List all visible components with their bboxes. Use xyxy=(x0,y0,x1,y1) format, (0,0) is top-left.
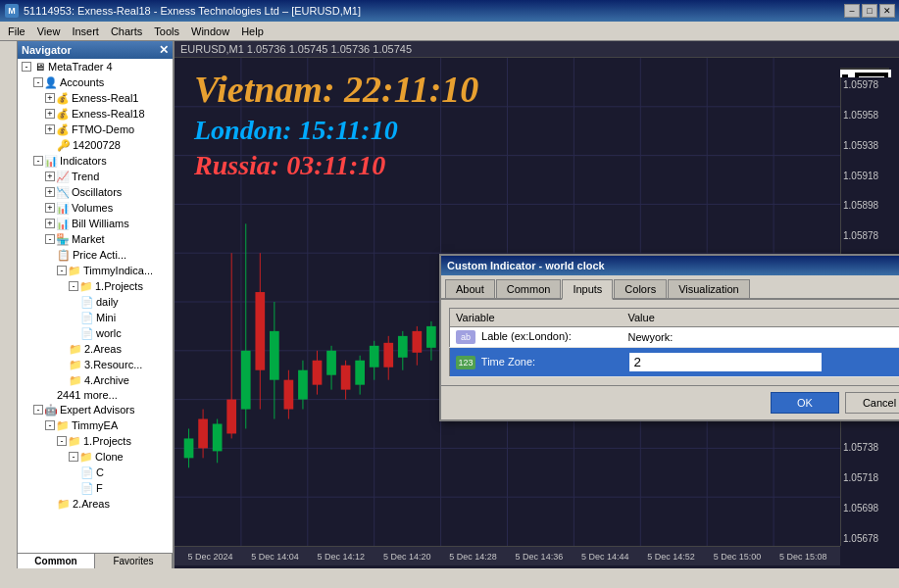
table-row-lable[interactable]: ab Lable (ex:London): Newyork: xyxy=(450,327,900,348)
timmy-indicator-label: TimmyIndica... xyxy=(83,265,153,276)
tree-more[interactable]: 2441 more... xyxy=(18,388,173,402)
tree-accounts[interactable]: - 👤 Accounts xyxy=(18,74,173,90)
navigator-content: - 🖥 MetaTrader 4 - 👤 Accounts + 💰 Exness… xyxy=(18,59,173,553)
expert-advisors-icon: 🤖 xyxy=(44,403,58,416)
volumes-icon: 📊 xyxy=(56,201,70,215)
menu-view[interactable]: View xyxy=(31,24,67,38)
tree-timmy-ea[interactable]: - 📁 TimmyEA xyxy=(18,417,173,433)
oscillators-icon: 📉 xyxy=(56,185,70,199)
menu-window[interactable]: Window xyxy=(185,24,235,38)
trend-icon: 📈 xyxy=(56,170,70,183)
variable-cell-tz: 123 Time Zone: xyxy=(450,348,623,377)
tree-expert-advisors[interactable]: - 🤖 Expert Advisors xyxy=(18,402,173,417)
daily-label: daily xyxy=(96,296,119,308)
expand-icon-er18: + xyxy=(45,109,55,119)
tree-clone[interactable]: - 📁 Clone xyxy=(18,449,173,465)
ok-button[interactable]: OK xyxy=(771,392,839,414)
tree-1projects[interactable]: - 📁 1.Projects xyxy=(18,278,173,294)
projects1-ea-icon: 📁 xyxy=(68,434,81,448)
chart-symbol: EURUSD,M1 1.05736 1.05745 1.05736 1.0574… xyxy=(180,43,412,55)
account-icon-1: 💰 xyxy=(56,91,70,105)
tree-world[interactable]: 📄 worlc xyxy=(18,325,173,341)
navigator-header: Navigator ✕ xyxy=(18,41,173,59)
maximize-button[interactable]: □ xyxy=(862,4,877,18)
timezone-input[interactable] xyxy=(627,351,824,373)
clone-icon: 📁 xyxy=(79,450,93,464)
tree-2areas-ea[interactable]: 📁 2.Areas xyxy=(18,496,173,512)
expert-advisors-label: Expert Advisors xyxy=(60,404,134,416)
tree-bill-williams[interactable]: + 📊 Bill Williams xyxy=(18,216,173,231)
areas2-label: 2.Areas xyxy=(84,343,122,355)
tree-price-action[interactable]: 📋 Price Acti... xyxy=(18,247,173,263)
timezone-label: Time Zone: xyxy=(481,356,535,368)
menu-insert[interactable]: Insert xyxy=(66,24,105,38)
value-newyork: Newyork: xyxy=(627,331,673,343)
tree-mini[interactable]: 📄 Mini xyxy=(18,310,173,325)
world-icon: 📄 xyxy=(80,326,94,340)
world-label: worlc xyxy=(96,327,122,339)
tree-ftmo-demo[interactable]: + 💰 FTMO-Demo xyxy=(18,122,173,137)
tree-volumes[interactable]: + 📊 Volumes xyxy=(18,200,173,216)
dialog-table: Variable Value ab Lable (ex xyxy=(449,308,899,377)
expand-icon-1pea: - xyxy=(57,436,67,446)
tree-c[interactable]: 📄 C xyxy=(18,465,173,480)
value-cell-tz[interactable] xyxy=(622,348,899,377)
tab-colors[interactable]: Colors xyxy=(614,279,667,298)
archive4-label: 4.Archive xyxy=(84,374,129,386)
expand-icon-ti: - xyxy=(57,266,67,275)
account-icon-2: 💰 xyxy=(56,107,70,121)
tab-inputs[interactable]: Inputs xyxy=(562,279,613,300)
dialog-overlay: Custom Indicator - world clock ? ✕ About… xyxy=(175,58,899,565)
tab-common[interactable]: Common xyxy=(496,279,562,298)
tree-timmy-indicator[interactable]: - 📁 TimmyIndica... xyxy=(18,263,173,278)
tree-indicators[interactable]: - 📊 Indicators xyxy=(18,153,173,169)
tree-oscillators[interactable]: + 📉 Oscillators xyxy=(18,184,173,200)
menu-file[interactable]: File xyxy=(2,24,31,38)
expand-icon-vol: + xyxy=(45,203,55,213)
navigator-close-button[interactable]: ✕ xyxy=(159,43,169,57)
expand-icon-trend: + xyxy=(45,172,55,181)
timmy-ind-icon: 📁 xyxy=(68,264,81,277)
tree-3resources[interactable]: 📁 3.Resourc... xyxy=(18,357,173,372)
bill-williams-label: Bill Williams xyxy=(72,218,129,229)
variable-label: Lable (ex:London): xyxy=(481,330,572,342)
expand-icon-tea: - xyxy=(45,420,55,430)
mini-label: Mini xyxy=(96,312,116,323)
menu-tools[interactable]: Tools xyxy=(148,24,185,38)
tree-1projects-ea[interactable]: - 📁 1.Projects xyxy=(18,433,173,449)
projects1-icon: 📁 xyxy=(79,279,93,293)
tree-market[interactable]: - 🏪 Market xyxy=(18,231,173,247)
f-icon: 📄 xyxy=(80,481,94,495)
chart-area: EURUSD,M1 1.05736 1.05745 1.05736 1.0574… xyxy=(175,41,899,568)
more-label: 2441 more... xyxy=(57,389,118,401)
navigator-panel: Navigator ✕ - 🖥 MetaTrader 4 - 👤 Account… xyxy=(18,41,175,568)
cancel-button[interactable]: Cancel xyxy=(845,392,899,414)
col-variable: Variable xyxy=(450,309,623,327)
close-button[interactable]: ✕ xyxy=(879,4,895,18)
minimize-button[interactable]: – xyxy=(844,4,860,18)
svg-text:M: M xyxy=(8,6,16,16)
tab-visualization[interactable]: Visualization xyxy=(668,279,750,298)
accounts-label: Accounts xyxy=(60,76,104,88)
tab-favorites[interactable]: Favorites xyxy=(95,554,173,568)
tree-daily[interactable]: 📄 daily xyxy=(18,294,173,310)
archive4-icon: 📁 xyxy=(69,373,82,387)
tree-exness-real18[interactable]: + 💰 Exness-Real18 xyxy=(18,106,173,122)
menu-charts[interactable]: Charts xyxy=(105,24,148,38)
menu-help[interactable]: Help xyxy=(235,24,270,38)
value-cell-lable: Newyork: xyxy=(622,327,899,348)
tree-4archive[interactable]: 📁 4.Archive xyxy=(18,372,173,388)
table-row-timezone[interactable]: 123 Time Zone: xyxy=(450,348,900,377)
trend-label: Trend xyxy=(72,171,99,182)
tree-exness-real1[interactable]: + 💰 Exness-Real1 xyxy=(18,90,173,106)
tab-about[interactable]: About xyxy=(445,279,495,298)
c-label: C xyxy=(96,466,104,478)
expand-icon-osc: + xyxy=(45,187,55,197)
tree-trend[interactable]: + 📈 Trend xyxy=(18,169,173,184)
tree-2areas[interactable]: 📁 2.Areas xyxy=(18,341,173,357)
tree-account-num[interactable]: 🔑 14200728 xyxy=(18,137,173,153)
tree-metatrader4[interactable]: - 🖥 MetaTrader 4 xyxy=(18,59,173,74)
tree-f[interactable]: 📄 F xyxy=(18,480,173,496)
tab-common[interactable]: Common xyxy=(18,554,95,568)
areas2-ea-label: 2.Areas xyxy=(73,498,110,510)
